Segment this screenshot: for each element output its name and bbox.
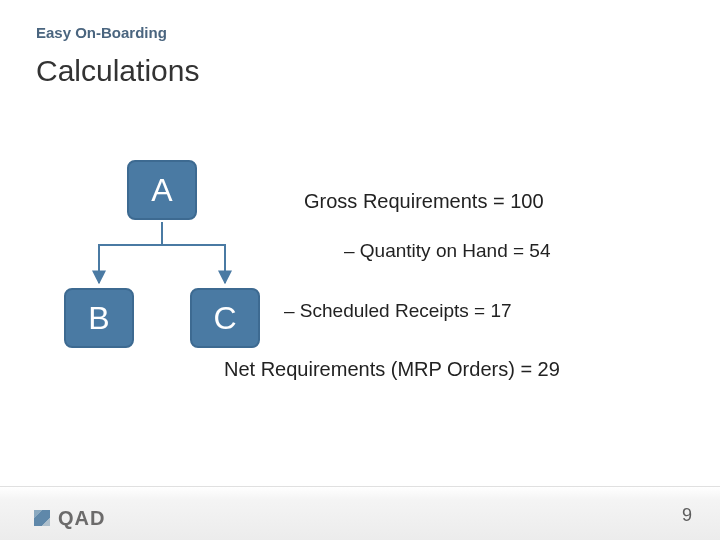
equation-gross-requirements: Gross Requirements = 100 [304,190,544,213]
equation-scheduled-receipts: – Scheduled Receipts = 17 [284,300,512,322]
slide-title: Calculations [36,54,199,88]
equation-net-requirements: Net Requirements (MRP Orders) = 29 [224,358,560,381]
equation-quantity-on-hand: – Quantity on Hand = 54 [344,240,551,262]
eyebrow: Easy On-Boarding [36,24,167,41]
node-a: A [127,160,197,220]
slide: Easy On-Boarding Calculations A B C Gros… [0,0,720,540]
footer: QAD 9 [0,486,720,540]
page-number: 9 [682,505,692,526]
node-c: C [190,288,260,348]
tree-diagram: A B C [64,160,274,380]
brand-logo: QAD [30,506,105,530]
node-b: B [64,288,134,348]
brand-name: QAD [58,507,105,530]
brand-logo-icon [30,506,54,530]
